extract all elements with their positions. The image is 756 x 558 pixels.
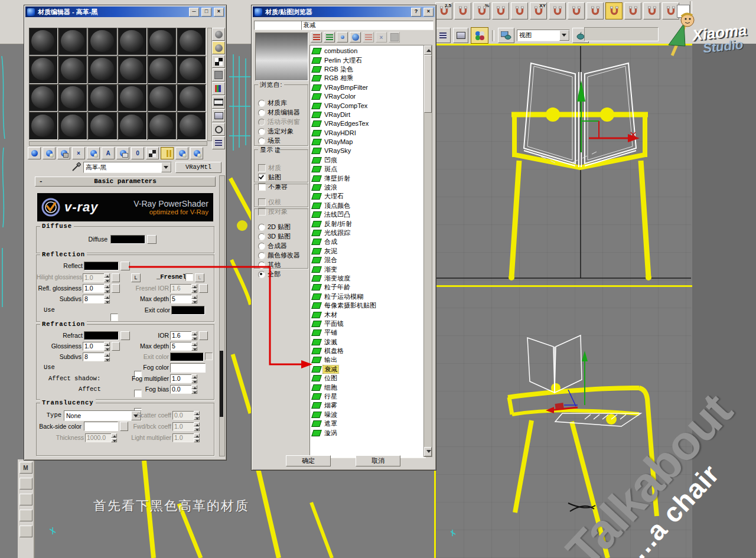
viewport-divider[interactable] — [434, 285, 692, 287]
material-tool-icon[interactable] — [190, 147, 203, 159]
radio-icon[interactable] — [258, 233, 265, 240]
material-type-button[interactable]: VRayMtl — [175, 162, 221, 173]
refract-color-swatch[interactable] — [84, 331, 119, 340]
refr-max-depth-field[interactable]: 5 — [170, 342, 194, 351]
hilight-map-button[interactable] — [112, 273, 120, 282]
category-option[interactable]: 其他 — [258, 261, 307, 269]
browse-from-option[interactable]: 选定对象 — [258, 128, 307, 135]
sample-slot[interactable] — [118, 112, 147, 140]
map-list-item[interactable]: 渐变坡度 — [311, 274, 425, 283]
material-tool-icon[interactable]: A — [102, 147, 115, 159]
background-tool-icon[interactable]: M — [19, 462, 32, 474]
sample-slot[interactable] — [88, 112, 117, 140]
subdivs-spinner[interactable] — [104, 295, 110, 304]
fresnel-ior-field[interactable]: 1.6 — [170, 284, 194, 293]
diffuse-color-swatch[interactable] — [110, 235, 145, 244]
map-list-item[interactable]: 木材 — [311, 310, 425, 319]
refr-subdivs-spinner[interactable] — [104, 353, 110, 361]
rollout-basic-parameters[interactable]: - Basic parameters — [35, 177, 216, 187]
close-button[interactable]: × — [214, 8, 224, 17]
snap-toggle-icon[interactable] — [605, 2, 623, 19]
material-tool-icon[interactable]: 0 — [131, 147, 144, 159]
refr-subdivs-field[interactable]: 8 — [83, 353, 106, 361]
layer-manager-icon[interactable] — [453, 28, 468, 43]
snap-toggle-icon[interactable] — [492, 2, 509, 19]
background-tool-icon[interactable] — [19, 478, 32, 490]
category-option[interactable]: 2D 贴图 — [258, 223, 307, 231]
sample-slot[interactable] — [148, 28, 177, 56]
map-list-item[interactable]: 大理石 — [311, 192, 425, 201]
sample-tool-icon[interactable] — [212, 68, 225, 81]
material-tool-icon[interactable] — [146, 147, 159, 159]
map-list-item[interactable]: VRaySky — [311, 146, 425, 155]
backside-color-swatch[interactable] — [84, 422, 118, 431]
snap-toggle-icon[interactable] — [549, 2, 566, 19]
map-list-item[interactable]: 凹痕 — [311, 156, 425, 165]
map-list-item[interactable]: 平面镜 — [311, 319, 425, 328]
view-mode-icon[interactable]: × — [376, 32, 387, 43]
chevron-down-icon[interactable] — [559, 30, 569, 41]
snap-toggle-icon[interactable]: 2.5 — [435, 2, 452, 19]
map-list-item[interactable]: 波浪 — [311, 183, 425, 192]
material-tool-icon[interactable] — [116, 147, 129, 159]
map-list-item[interactable]: 每像素摄影机贴图 — [311, 301, 425, 310]
checkbox-icon[interactable] — [258, 198, 266, 206]
map-list-item[interactable]: 粒子年龄 — [311, 283, 425, 292]
refr-gloss-spinner[interactable] — [104, 342, 110, 351]
map-list-item[interactable]: 行星 — [311, 392, 425, 401]
sample-tool-icon[interactable] — [212, 96, 225, 109]
sample-slot[interactable] — [58, 84, 87, 112]
snap-toggle-icon[interactable] — [454, 2, 471, 19]
map-list-item[interactable]: 灰泥 — [311, 247, 425, 256]
ok-button[interactable]: 确定 — [286, 455, 331, 466]
map-list-item[interactable]: VRayMap — [311, 138, 425, 146]
sample-slot[interactable] — [118, 84, 147, 112]
pick-material-icon[interactable] — [71, 162, 81, 172]
scroll-thumb[interactable] — [424, 55, 432, 113]
exit-color-swatch[interactable] — [171, 306, 205, 315]
radio-icon[interactable] — [258, 109, 265, 116]
help-button[interactable]: ? — [411, 8, 421, 17]
map-list-item[interactable]: 粒子运动模糊 — [311, 292, 425, 301]
map-list-item[interactable]: 细胞 — [311, 383, 425, 391]
sample-tool-icon[interactable] — [212, 82, 225, 95]
radio-icon[interactable] — [258, 128, 265, 135]
browser-titlebar[interactable]: 材质/贴图浏览器 ? × — [253, 6, 435, 17]
hilight-lock-button[interactable]: L — [131, 273, 141, 282]
refr-glossiness-field[interactable]: 1.0 — [83, 342, 106, 351]
map-list-item[interactable]: 顶点颜色 — [311, 201, 425, 210]
radio-icon[interactable] — [258, 271, 265, 278]
render-scene-icon[interactable] — [498, 28, 514, 43]
background-tool-icon[interactable] — [19, 526, 32, 537]
minimize-button[interactable]: ─ — [189, 8, 199, 17]
show-option[interactable]: 材质 — [258, 164, 307, 172]
map-list-item[interactable]: VRayDirt — [311, 110, 425, 119]
fog-mult-spinner[interactable] — [191, 374, 197, 383]
map-list-item[interactable]: 遮罩 — [311, 419, 425, 428]
sample-slot[interactable] — [58, 112, 87, 140]
filter-input[interactable] — [254, 21, 302, 30]
map-list-item[interactable]: combustion — [311, 47, 425, 56]
map-list-item[interactable]: 泼溅 — [311, 338, 425, 347]
refr-max-depth-spinner[interactable] — [191, 342, 197, 351]
map-list-item[interactable]: 法线凹凸 — [311, 210, 425, 219]
sample-slot[interactable] — [118, 28, 147, 56]
browse-from-option[interactable]: 活动示例窗 — [258, 118, 307, 126]
sample-slot[interactable] — [177, 28, 206, 56]
sample-slot[interactable] — [88, 56, 117, 84]
reflect-map-button[interactable] — [120, 262, 130, 270]
sample-slot[interactable] — [58, 56, 87, 84]
background-tool-icon[interactable] — [19, 494, 32, 505]
map-list-item[interactable]: RGB 染色 — [311, 65, 425, 74]
sample-scroll-horizontal[interactable] — [29, 141, 207, 146]
map-list-item[interactable]: 棋盘格 — [311, 347, 425, 355]
view-mode-icon[interactable] — [350, 32, 361, 43]
map-list-item[interactable]: VRayColor — [311, 92, 425, 101]
map-list-item[interactable]: 位图 — [311, 374, 425, 383]
map-list-item[interactable]: VRayHDRI — [311, 129, 425, 138]
map-list-item[interactable]: 漩涡 — [311, 428, 425, 437]
snap-toggle-icon[interactable] — [511, 2, 528, 19]
ior-map-button[interactable] — [199, 331, 208, 340]
sample-slot[interactable] — [88, 28, 117, 56]
radio-icon[interactable] — [258, 243, 265, 250]
